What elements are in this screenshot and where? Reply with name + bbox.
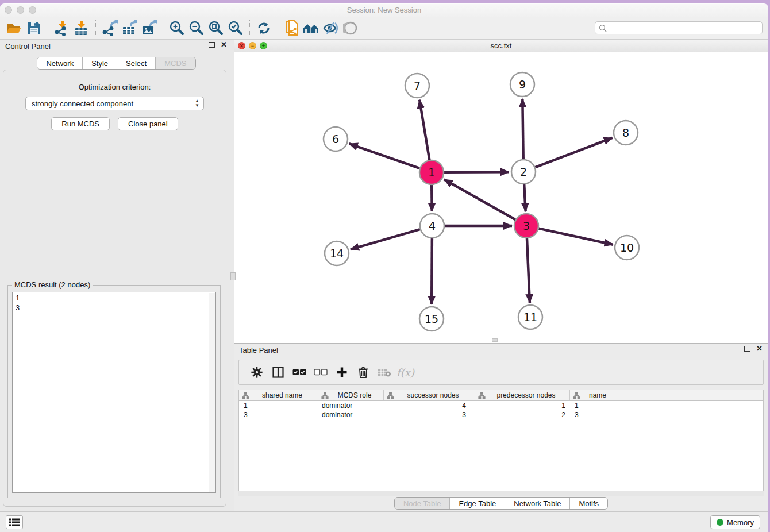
network-canvas[interactable]: 7968124314101511 [234, 52, 768, 343]
table-cell[interactable]: 4 [384, 402, 475, 410]
criterion-select[interactable]: strongly connected component ▲▼ [25, 97, 204, 110]
export-image-button[interactable] [139, 19, 159, 37]
table-row[interactable]: 1dominator411 [239, 401, 763, 410]
graph-node-9[interactable]: 9 [510, 72, 534, 97]
graph-node-10[interactable]: 10 [615, 236, 639, 260]
delete-row-button[interactable] [352, 364, 374, 381]
gear-icon [251, 366, 263, 379]
network-view-window: ✕ − + scc.txt 7968124314101511 [234, 40, 768, 343]
mcds-panel: Optimization criterion: strongly connect… [3, 70, 226, 507]
close-panel-icon[interactable]: ✕ [221, 42, 227, 48]
table-cell[interactable]: 1 [475, 402, 570, 410]
table-panel: Table Panel ✕ [234, 343, 768, 511]
table-cell[interactable]: dominator [318, 402, 384, 410]
tab-select[interactable]: Select [117, 57, 155, 69]
graph-node-7[interactable]: 7 [405, 74, 429, 98]
task-history-button[interactable] [6, 515, 23, 529]
splitter-handle[interactable] [230, 272, 236, 280]
toggle-graphics-button[interactable] [341, 19, 360, 37]
graph-edge-1-6[interactable] [349, 144, 420, 168]
zoom-in-button[interactable] [167, 19, 187, 37]
graph-node-15[interactable]: 15 [419, 307, 444, 331]
column-header-successor-nodes[interactable]: successor nodes [384, 390, 475, 400]
open-session-button[interactable] [5, 19, 24, 37]
graph-node-3[interactable]: 3 [514, 214, 538, 238]
graph-edge-1-2[interactable] [444, 172, 509, 172]
graph-node-11[interactable]: 11 [518, 305, 542, 329]
graph-node-6[interactable]: 6 [324, 127, 348, 151]
graph-edge-3-10[interactable] [538, 229, 613, 245]
graph-node-14[interactable]: 14 [325, 241, 349, 265]
table-cell[interactable]: 2 [475, 411, 570, 419]
zoom-selected-button[interactable] [226, 19, 245, 37]
add-row-button[interactable] [331, 364, 352, 381]
export-network-button[interactable] [100, 19, 120, 37]
column-header-label: MCDS role [329, 391, 383, 399]
clone-network-button[interactable] [282, 19, 302, 37]
table-body: 1dominator4113dominator323 [239, 401, 763, 419]
search-field[interactable] [595, 21, 763, 34]
graph-edge-3-11[interactable] [527, 238, 530, 303]
column-header-name[interactable]: name [570, 390, 618, 400]
trash-icon [357, 366, 369, 379]
tab-network-table[interactable]: Network Table [505, 498, 569, 509]
deselect-all-button[interactable] [310, 364, 331, 381]
delete-table-button[interactable] [374, 364, 395, 381]
graph-edge-2-3[interactable] [524, 184, 526, 211]
graph-node-1[interactable]: 1 [419, 160, 444, 184]
canvas-resize-handle[interactable] [492, 338, 498, 342]
tab-motifs[interactable]: Motifs [569, 498, 607, 509]
column-header-predecessor-nodes[interactable]: predecessor nodes [475, 390, 570, 400]
table-cell[interactable]: 1 [570, 402, 618, 410]
hide-graphics-details-button[interactable] [321, 19, 341, 37]
graph-edge-4-15[interactable] [432, 238, 432, 304]
graph-node-8[interactable]: 8 [614, 121, 638, 145]
table-cell[interactable]: 3 [239, 411, 318, 419]
column-header-shared-name[interactable]: shared name [239, 390, 318, 400]
table-settings-button[interactable] [246, 364, 267, 381]
function-builder-button[interactable]: f(x) [395, 364, 416, 381]
mcds-result-area[interactable]: 1 3 [12, 292, 216, 493]
refresh-view-button[interactable] [254, 19, 274, 37]
graph-edge-3-1[interactable] [444, 179, 515, 219]
export-table-button[interactable] [120, 19, 139, 37]
close-table-panel-icon[interactable]: ✕ [756, 346, 763, 352]
toolbar-separator [95, 20, 96, 36]
close-panel-button[interactable]: Close panel [118, 117, 178, 130]
import-network-button[interactable] [52, 19, 72, 37]
float-table-panel-icon[interactable] [744, 346, 750, 352]
import-table-button[interactable] [72, 19, 91, 37]
tab-network[interactable]: Network [37, 57, 82, 69]
column-header-MCDS-role[interactable]: MCDS role [318, 390, 384, 400]
first-neighbors-button[interactable] [302, 19, 321, 37]
float-panel-icon[interactable] [209, 42, 215, 48]
graph-node-2[interactable]: 2 [511, 160, 536, 184]
mcds-result-text: 1 3 [13, 292, 209, 492]
table-cell[interactable]: 3 [570, 411, 618, 419]
tab-node-table[interactable]: Node Table [395, 498, 450, 509]
zoom-out-button[interactable] [187, 19, 206, 37]
run-mcds-button[interactable]: Run MCDS [51, 117, 110, 130]
tab-edge-table[interactable]: Edge Table [449, 498, 505, 509]
sphere-icon [343, 21, 358, 36]
tab-style[interactable]: Style [82, 57, 117, 69]
graph-node-4[interactable]: 4 [420, 214, 444, 238]
result-scrollbar[interactable] [209, 293, 215, 492]
table-row[interactable]: 3dominator323 [239, 410, 763, 419]
save-session-button[interactable] [24, 19, 44, 37]
table-cell[interactable]: 3 [384, 411, 475, 419]
graph-edge-2-8[interactable] [536, 138, 613, 167]
search-input[interactable] [609, 24, 759, 32]
show-column-panel-button[interactable] [267, 364, 288, 381]
optimization-criterion-label: Optimization criterion: [3, 83, 226, 91]
table-cell[interactable]: 1 [239, 402, 318, 410]
tab-mcds[interactable]: MCDS [155, 57, 195, 69]
zoom-fit-button[interactable] [206, 19, 226, 37]
table-cell[interactable]: dominator [318, 411, 384, 419]
select-all-button[interactable] [288, 364, 310, 381]
graph-edge-2-9[interactable] [522, 99, 523, 159]
graph-edge-4-14[interactable] [351, 229, 420, 249]
memory-button[interactable]: Memory [710, 515, 760, 529]
open-folder-icon [6, 21, 22, 36]
graph-edge-1-7[interactable] [419, 100, 429, 160]
